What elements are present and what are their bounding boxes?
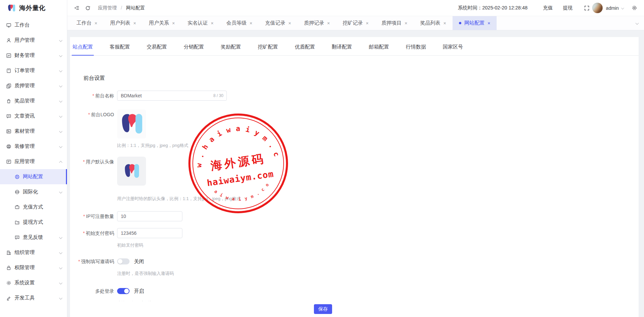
sidebar-item-i18n[interactable]: 国际化 <box>0 184 67 199</box>
sidebar-item-decoration[interactable]: 装修管理 <box>0 139 67 154</box>
page-tab-pledge-records[interactable]: 质押记录× <box>297 16 336 30</box>
avatar[interactable] <box>592 3 603 13</box>
sidebar-item-withdraw-method[interactable]: 提现方式 <box>0 215 67 230</box>
close-icon[interactable]: × <box>133 21 136 26</box>
close-icon[interactable]: × <box>405 21 407 26</box>
pay-password-input[interactable] <box>117 228 182 238</box>
sidebar-item-label: 文章资讯 <box>14 113 59 119</box>
sidebar-item-users[interactable]: 用户管理 <box>0 33 67 48</box>
chevron-down-icon <box>59 296 62 300</box>
sidebar-item-articles[interactable]: 文章资讯 <box>0 108 67 124</box>
sidebar-item-recharge-method[interactable]: 充值方式 <box>0 199 67 215</box>
tabbar-more-chevron[interactable] <box>630 16 644 30</box>
page-tab-user-list[interactable]: 用户列表× <box>104 16 142 30</box>
required-asterisk: * <box>83 214 85 219</box>
tab-ushield-config[interactable]: 优盾配置 <box>295 44 315 55</box>
fullscreen-icon[interactable] <box>584 5 589 11</box>
sidebar-item-site-config[interactable]: 网站配置 <box>0 169 67 184</box>
brand[interactable]: 海外量化 <box>0 0 67 16</box>
page-tab-prize-list[interactable]: 奖品列表× <box>414 16 453 30</box>
sidebar-item-applications[interactable]: 应用管理 <box>0 154 67 169</box>
close-icon[interactable]: × <box>211 21 214 26</box>
ip-limit-input[interactable] <box>117 211 182 221</box>
chevron-down-icon <box>59 236 62 239</box>
page-tab-kyc[interactable]: 实名认证× <box>181 16 220 30</box>
pencil-icon <box>6 295 11 301</box>
close-icon[interactable]: × <box>288 21 291 26</box>
page-tab-user-relations[interactable]: 用户关系× <box>142 16 181 30</box>
message-icon <box>6 114 11 119</box>
recharge-link[interactable]: 充值 <box>543 5 553 11</box>
tab-reward-config[interactable]: 奖励配置 <box>221 44 241 55</box>
tab-translation-config[interactable]: 翻译配置 <box>332 44 352 55</box>
page-tab-pledge-projects[interactable]: 质押项目× <box>375 16 414 30</box>
sidebar-item-label: 网站配置 <box>23 173 62 180</box>
sidebar-item-label: 开发工具 <box>14 295 59 301</box>
default-avatar-upload[interactable] <box>117 157 146 186</box>
close-icon[interactable]: × <box>366 21 368 26</box>
chevron-down-icon <box>59 84 62 88</box>
breadcrumb-separator: / <box>121 5 122 10</box>
app-card-icon <box>6 159 11 164</box>
sidebar-item-permissions[interactable]: 权限管理 <box>0 260 67 275</box>
close-icon[interactable]: × <box>95 21 97 26</box>
chevron-down-icon <box>59 281 62 285</box>
tab-site-config[interactable]: 站点配置 <box>73 44 93 55</box>
breadcrumb-section[interactable]: 应用管理 <box>98 5 117 10</box>
tab-customer-service-config[interactable]: 客服配置 <box>110 44 130 55</box>
settings-gear-icon[interactable] <box>632 5 637 11</box>
sidebar-item-dev-tools[interactable]: 开发工具 <box>0 290 67 306</box>
username[interactable]: admin <box>606 5 619 11</box>
sidebar-item-prizes[interactable]: 奖品管理 <box>0 93 67 108</box>
required-asterisk: * <box>83 230 85 236</box>
sidebar-item-label: 奖品管理 <box>14 98 59 104</box>
tab-market-data[interactable]: 行情数据 <box>406 44 426 55</box>
invite-code-toggle[interactable] <box>117 258 130 264</box>
withdraw-link[interactable]: 提现 <box>563 5 573 11</box>
tab-label: 充值记录 <box>265 20 285 26</box>
multi-login-toggle[interactable] <box>117 288 130 294</box>
site-name-input[interactable] <box>117 91 227 101</box>
tab-trade-config[interactable]: 交易配置 <box>147 44 167 55</box>
system-time: 系统时间：2025-02-20 12:28:48 <box>458 5 528 11</box>
page-tab-mining-records[interactable]: 挖矿记录× <box>336 16 375 30</box>
chevron-down-icon[interactable] <box>621 6 624 9</box>
sidebar-item-assets[interactable]: 素材管理 <box>0 124 67 139</box>
close-icon[interactable]: × <box>250 21 252 26</box>
logo-upload[interactable] <box>117 109 146 138</box>
tab-mining-config[interactable]: 挖矿配置 <box>258 44 278 55</box>
page-tab-workbench[interactable]: 工作台× <box>70 16 104 30</box>
tab-country-codes[interactable]: 国家区号 <box>443 44 463 55</box>
save-button[interactable]: 保存 <box>314 304 332 314</box>
tab-email-config[interactable]: 邮箱配置 <box>369 44 389 55</box>
tab-label: 质押项目 <box>382 20 402 26</box>
sidebar-item-workbench[interactable]: 工作台 <box>0 18 67 33</box>
sidebar-item-label: 提现方式 <box>23 219 62 225</box>
chevron-down-icon <box>59 145 62 148</box>
close-icon[interactable]: × <box>172 21 175 26</box>
copy-icon <box>6 83 11 89</box>
collapse-sidebar-icon[interactable] <box>74 5 80 11</box>
close-icon[interactable]: × <box>443 21 446 26</box>
close-icon[interactable]: × <box>488 21 490 26</box>
chevron-down-icon <box>59 115 62 118</box>
sidebar-item-label: 工作台 <box>14 22 62 28</box>
field-label: *用户默认头像 <box>70 157 117 202</box>
sidebar-item-finance[interactable]: 财务管理 <box>0 48 67 63</box>
sidebar-item-organization[interactable]: 组织管理 <box>0 245 67 260</box>
page-tab-site-config[interactable]: 网站配置× <box>453 16 497 30</box>
sidebar-item-pledge[interactable]: 质押管理 <box>0 78 67 93</box>
refresh-icon[interactable] <box>85 5 91 11</box>
sidebar-item-feedback[interactable]: 意见反馈 <box>0 230 67 245</box>
tab-label: 工作台 <box>76 20 92 26</box>
tab-distribution-config[interactable]: 分销配置 <box>184 44 204 55</box>
sidebar-item-label: 质押管理 <box>14 83 59 89</box>
chevron-down-icon <box>59 54 62 57</box>
sidebar-item-system-settings[interactable]: 系统设置 <box>0 275 67 290</box>
chevron-down-icon <box>59 251 62 254</box>
close-icon[interactable]: × <box>327 21 330 26</box>
page-tab-member-level[interactable]: 会员等级× <box>220 16 259 30</box>
sidebar-item-orders[interactable]: 订单管理 <box>0 63 67 78</box>
multi-login-state: 开启 <box>134 288 144 294</box>
page-tab-recharge-records[interactable]: 充值记录× <box>259 16 297 30</box>
